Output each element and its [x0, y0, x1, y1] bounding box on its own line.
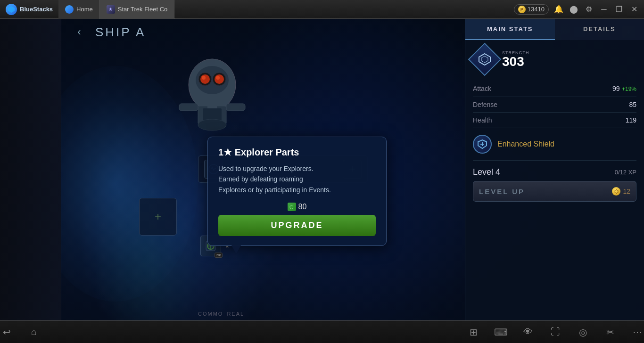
eye-icon[interactable]: 👁 — [521, 326, 535, 339]
defense-row: Defense 85 — [473, 97, 636, 113]
ship-image — [146, 47, 278, 141]
svg-point-5 — [200, 74, 210, 84]
xp-label: 0/12 XP — [615, 169, 636, 176]
game-tab-icon: ★ — [107, 5, 115, 14]
attack-bonus: +19% — [622, 86, 636, 92]
svg-point-8 — [216, 76, 220, 80]
defense-value: 85 — [629, 101, 636, 108]
svg-rect-12 — [179, 104, 198, 111]
currency-icon: P — [518, 6, 526, 13]
level-up-label: LEVEL UP — [479, 188, 525, 196]
mini-slot-badge: 7/6 — [215, 253, 223, 258]
attack-value: 99 — [612, 85, 620, 92]
panel-content: STRENGTH 303 Attack 99 +19% Defense 85 H… — [465, 40, 644, 216]
attack-values: 99 +19% — [612, 84, 636, 93]
small-slot[interactable]: + — [139, 198, 177, 236]
attack-label: Attack — [473, 85, 491, 92]
strength-diamond — [468, 43, 502, 76]
real-text: REAL — [227, 311, 244, 317]
defense-label: Defense — [473, 101, 497, 108]
back-system-icon[interactable]: ↩ — [0, 326, 13, 339]
health-row: Health 119 — [473, 113, 636, 128]
grid-icon[interactable]: ⊞ — [467, 326, 480, 339]
fullscreen-icon[interactable]: ⛶ — [549, 326, 562, 339]
home-tab-icon — [65, 5, 74, 14]
stats-tab-bar: MAIN STATS DETAILS — [465, 19, 644, 40]
svg-point-7 — [202, 76, 206, 80]
small-slot-plus-icon: + — [155, 210, 161, 223]
game-tab-label: Star Trek Fleet Co — [118, 6, 167, 13]
notification-icon[interactable]: 🔔 — [553, 4, 564, 15]
strength-info: STRENGTH 303 — [502, 50, 529, 68]
svg-rect-11 — [207, 101, 217, 108]
comm-text: COMMO — [198, 311, 223, 317]
ship-title: SHIP A — [95, 25, 146, 40]
level-cost-value: 12 — [623, 188, 630, 195]
location-icon[interactable]: ◎ — [576, 326, 589, 339]
tooltip-title: 1★ Explorer Parts — [218, 147, 376, 158]
health-label: Health — [473, 116, 492, 124]
close-icon[interactable]: ✕ — [629, 4, 639, 15]
currency-value: 13410 — [528, 6, 545, 13]
level-up-button[interactable]: LEVEL UP ⬡ 12 — [473, 181, 636, 202]
taskbar-right: P 13410 🔔 ⬤ ⚙ ─ ❐ ✕ — [514, 4, 644, 15]
attack-row: Attack 99 +19% — [473, 81, 636, 97]
right-panel: MAIN STATS DETAILS STRENGTH 303 — [465, 19, 644, 320]
level-section: Level 4 0/12 XP LEVEL UP ⬡ 12 — [473, 161, 636, 208]
bottom-taskbar: ↩ ⌂ ⊞ ⌨ 👁 ⛶ ◎ ✂ ⋯ — [0, 320, 644, 343]
home-system-icon[interactable]: ⌂ — [27, 326, 41, 339]
left-sidebar — [0, 19, 61, 320]
level-label: Level 4 — [473, 167, 500, 177]
more-icon[interactable]: ⋯ — [631, 326, 644, 339]
settings-icon[interactable]: ⚙ — [584, 4, 594, 15]
game-bottom-text: COMMO REAL — [198, 311, 244, 317]
tooltip-footer: ⬡ 80 — [218, 203, 376, 211]
svg-rect-13 — [226, 104, 245, 111]
details-tab[interactable]: DETAILS — [555, 19, 644, 40]
strength-diamond-inner — [478, 52, 492, 66]
svg-marker-20 — [479, 54, 490, 65]
bluestacks-icon — [6, 4, 17, 15]
tooltip-description: Used to upgrade your Explorers.Earned by… — [218, 163, 376, 195]
level-row: Level 4 0/12 XP — [473, 167, 636, 177]
currency-badge: P 13410 — [514, 4, 549, 15]
svg-marker-21 — [481, 56, 488, 63]
strength-row: STRENGTH 303 — [473, 48, 636, 71]
ability-row: Enhanced Shield — [473, 128, 636, 161]
home-tab[interactable]: Home — [58, 0, 100, 19]
tooltip-arrow — [231, 245, 241, 254]
restore-icon[interactable]: ❐ — [614, 4, 624, 15]
cost-value: 80 — [298, 203, 307, 211]
back-button[interactable]: ‹ — [71, 24, 88, 41]
bluestacks-label: BlueStacks — [20, 6, 53, 13]
keyboard-icon[interactable]: ⌨ — [494, 326, 507, 339]
strength-value: 303 — [502, 55, 529, 68]
cost-icon: ⬡ — [288, 203, 296, 211]
home-tab-label: Home — [76, 6, 93, 13]
health-value: 119 — [626, 116, 636, 124]
tooltip-popup: 1★ Explorer Parts Used to upgrade your E… — [207, 137, 387, 246]
camera-icon[interactable]: ⬤ — [569, 4, 579, 15]
svg-point-14 — [198, 119, 226, 131]
ship-svg — [160, 52, 264, 137]
ability-name: Enhanced Shield — [497, 140, 554, 148]
upgrade-cost: ⬡ 80 — [288, 203, 307, 211]
level-cost-icon: ⬡ — [612, 187, 620, 196]
level-up-cost: ⬡ 12 — [612, 187, 630, 196]
upgrade-button[interactable]: UPGRADE — [218, 215, 376, 236]
enhanced-shield-icon — [473, 135, 492, 154]
main-stats-tab[interactable]: MAIN STATS — [465, 19, 555, 40]
scissors-icon[interactable]: ✂ — [603, 326, 617, 339]
minimize-icon[interactable]: ─ — [599, 4, 609, 15]
taskbar: BlueStacks Home ★ Star Trek Fleet Co P 1… — [0, 0, 644, 19]
bluestacks-logo: BlueStacks — [0, 4, 58, 15]
game-tab[interactable]: ★ Star Trek Fleet Co — [100, 0, 174, 19]
svg-marker-0 — [8, 6, 15, 13]
svg-point-6 — [215, 74, 224, 84]
